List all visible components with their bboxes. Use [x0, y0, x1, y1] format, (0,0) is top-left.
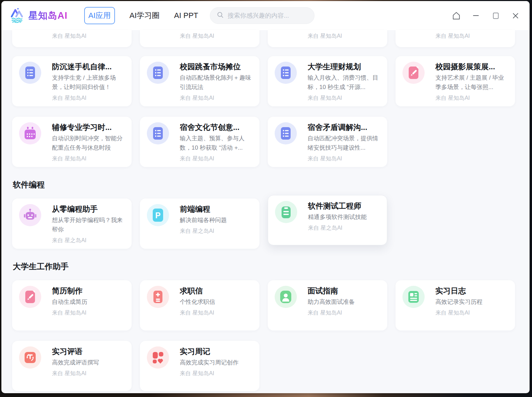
- minimize-button[interactable]: [471, 10, 481, 21]
- card-description: 高效完成评语撰写: [52, 358, 125, 367]
- app-card-clipped[interactable]: 来自 星知岛AI: [140, 30, 259, 47]
- app-card[interactable]: 宿舍矛盾调解沟... 自动匹配冲突场景，提供情绪安抚技巧与建设性... 来自 星…: [268, 117, 387, 167]
- svg-text:P: P: [155, 211, 160, 220]
- card-title: 校园摄影展策展...: [435, 62, 509, 72]
- card-text: 实习日志 高效记录实习历程 来自 星知岛AI: [435, 286, 509, 317]
- tab-ai-learning-circle[interactable]: AI学习圈: [130, 10, 160, 21]
- app-card[interactable]: 校园摄影展策展... 支持艺术展 / 主题展 / 毕业季多场景，让每张照... …: [396, 56, 515, 106]
- close-button[interactable]: [510, 10, 521, 21]
- card-title: 实习评语: [52, 346, 125, 357]
- app-card[interactable]: 实习评语 高效完成评语撰写 来自 星知岛AI: [12, 341, 132, 391]
- card-source: 来自 星知岛AI: [52, 32, 125, 40]
- app-card-clipped[interactable]: 来自 星知岛AI: [12, 30, 132, 47]
- card-icon-badge: [19, 204, 41, 226]
- app-card[interactable]: 从零编程助手 想从零开始学编程吗？我来帮你 来自 星之岛AI: [12, 198, 132, 249]
- card-icon-badge: [402, 62, 425, 84]
- card-icon-badge: [275, 62, 297, 84]
- section-title: 大学生工作助手: [13, 261, 515, 272]
- robot-icon: [23, 208, 38, 223]
- app-logo[interactable]: 星知岛AI: [9, 7, 68, 24]
- card-description: 支持艺术展 / 主题展 / 毕业季多场景，让每张照...: [435, 73, 509, 92]
- letter-p-icon: P: [150, 208, 166, 223]
- card-source: 来自 星知岛AI: [435, 94, 509, 102]
- pencil-page-icon: [23, 289, 38, 305]
- card-icon-badge: [147, 346, 169, 369]
- app-card[interactable]: 求职信 个性化求职信 来自 星知岛AI: [140, 280, 259, 330]
- home-button[interactable]: [451, 10, 461, 21]
- card-source: 来自 星知岛AI: [180, 155, 253, 162]
- card-text: 软件测试工程师 精通多项软件测试技能 来自 星之岛AI: [308, 201, 381, 232]
- search-input[interactable]: [228, 12, 308, 19]
- app-card[interactable]: 校园跳蚤市场摊位 自动匹配场景化陈列 + 趣味引流玩法 来自 星知岛AI: [140, 56, 259, 106]
- app-card[interactable]: 宿舍文化节创意... 输入主题、预算、参与人数，10 秒获取 “活动 +... …: [140, 117, 259, 167]
- app-card[interactable]: 防沉迷手机自律... 支持学生党 / 上班族多场景，让时间回归价值！ 来自 星知…: [12, 56, 132, 106]
- card-icon-badge: [19, 286, 41, 308]
- app-card[interactable]: P 前端编程 解决前端各种问题 来自 星之岛AI: [140, 198, 259, 249]
- section-title: 软件编程: [13, 179, 515, 190]
- pencil-page-icon: [406, 65, 421, 80]
- card-description: 输入月收入、消费习惯、目标，10 秒生成 “开源...: [308, 73, 381, 92]
- search-box[interactable]: [210, 7, 314, 24]
- card-text: 求职信 个性化求职信 来自 星知岛AI: [180, 286, 253, 317]
- grid-heart-icon: [150, 350, 166, 365]
- card-title: 实习周记: [180, 346, 253, 357]
- card-title: 软件测试工程师: [308, 201, 381, 211]
- app-card[interactable]: 简历制作 自动生成简历 来自 星知岛AI: [12, 280, 132, 330]
- article-icon: [406, 289, 421, 305]
- logo-icon: [9, 7, 25, 24]
- card-title: 大学生理财规划: [308, 62, 381, 72]
- list-icon: [150, 126, 166, 141]
- app-window: 星知岛AI AI应用 AI学习圈 AI PPT: [1, 1, 530, 393]
- card-description: 高效完成实习周记创作: [180, 358, 253, 367]
- card-description: 个性化求职信: [180, 297, 253, 307]
- card-text: 实习评语 高效完成评语撰写 来自 星知岛AI: [52, 346, 125, 377]
- card-description: 自动匹配场景化陈列 + 趣味引流玩法: [180, 73, 253, 92]
- app-card[interactable]: 软件测试工程师 精通多项软件测试技能 来自 星之岛AI: [268, 195, 387, 245]
- card-description: 自动匹配冲突场景，提供情绪安抚技巧与建设性...: [308, 134, 381, 152]
- card-icon-badge: [19, 122, 41, 144]
- card-icon-badge: P: [147, 204, 169, 226]
- card-description: 支持学生党 / 上班族多场景，让时间回归价值！: [52, 73, 125, 92]
- card-text: 前端编程 解决前端各种问题 来自 星之岛AI: [180, 204, 253, 235]
- card-icon-badge: [19, 346, 41, 369]
- card-source: 来自 星知岛AI: [435, 32, 509, 40]
- card-text: 面试指南 助力高效面试准备 来自 星知岛AI: [308, 286, 381, 317]
- content-area: 来自 星知岛AI 来自 星知岛AI 来自 星知岛AI 来自 星知岛AI 防沉迷手…: [1, 30, 530, 391]
- app-card[interactable]: 面试指南 助力高效面试准备 来自 星知岛AI: [268, 280, 387, 330]
- close-icon: [512, 12, 520, 20]
- card-source: 来自 星知岛AI: [52, 309, 125, 317]
- navbar: 星知岛AI AI应用 AI学习圈 AI PPT: [1, 1, 530, 30]
- card-description: 输入主题、预算、参与人数，10 秒获取 “活动 +...: [180, 134, 253, 152]
- app-card-clipped[interactable]: 来自 星知岛AI: [268, 30, 387, 47]
- clipboard-icon: [278, 204, 294, 220]
- tab-ai-apps[interactable]: AI应用: [84, 7, 115, 24]
- card-icon-badge: [147, 122, 169, 144]
- card-description: 想从零开始学编程吗？我来帮你: [52, 215, 125, 234]
- app-card[interactable]: 辅修专业学习时... 自动识别时间冲突，智能分配重点任务与休息时段 来自 星知岛…: [12, 117, 132, 167]
- card-source: 来自 星知岛AI: [180, 94, 253, 102]
- app-card[interactable]: 大学生理财规划 输入月收入、消费习惯、目标，10 秒生成 “开源... 来自 星…: [268, 56, 387, 106]
- card-source: 来自 星知岛AI: [180, 370, 253, 377]
- window-controls: [451, 10, 521, 21]
- app-card[interactable]: 实习日志 高效记录实习历程 来自 星知岛AI: [396, 280, 515, 330]
- card-description: 自动生成简历: [52, 297, 125, 307]
- card-title: 前端编程: [180, 204, 253, 214]
- list-icon: [278, 126, 293, 141]
- card-source: 来自 星知岛AI: [308, 309, 381, 317]
- card-text: 宿舍矛盾调解沟... 自动匹配冲突场景，提供情绪安抚技巧与建设性... 来自 星…: [308, 122, 381, 162]
- card-source: 来自 星知岛AI: [435, 309, 509, 317]
- list-icon: [150, 65, 166, 80]
- maximize-button[interactable]: [490, 10, 501, 21]
- card-text: 防沉迷手机自律... 支持学生党 / 上班族多场景，让时间回归价值！ 来自 星知…: [52, 62, 125, 102]
- card-icon-badge: [147, 286, 169, 308]
- card-grid: 简历制作 自动生成简历 来自 星知岛AI 求职信 个性化求职信 来自 星知岛AI…: [12, 280, 515, 391]
- app-card[interactable]: 实习周记 高效完成实习周记创作 来自 星知岛AI: [140, 341, 259, 391]
- card-source: 来自 星之岛AI: [180, 227, 253, 235]
- card-title: 实习日志: [435, 286, 509, 296]
- card-title: 防沉迷手机自律...: [52, 62, 125, 72]
- card-title: 校园跳蚤市场摊位: [180, 62, 253, 72]
- app-card-clipped[interactable]: 来自 星知岛AI: [396, 30, 515, 47]
- tab-ai-ppt[interactable]: AI PPT: [174, 11, 198, 20]
- card-source: 来自 星知岛AI: [180, 309, 253, 317]
- card-text: 大学生理财规划 输入月收入、消费习惯、目标，10 秒生成 “开源... 来自 星…: [308, 62, 381, 102]
